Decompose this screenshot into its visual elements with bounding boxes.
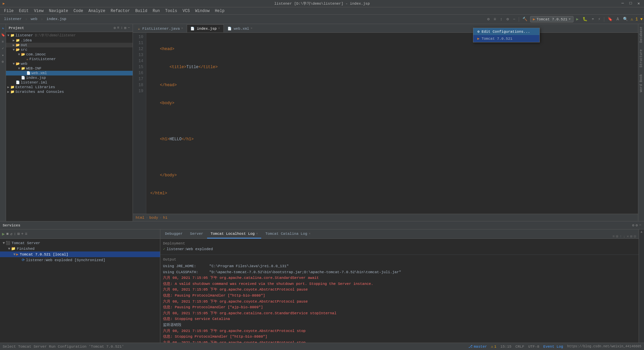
log-action-3[interactable]: ↑ (620, 234, 622, 238)
code-content[interactable]: <head> <title>Title</title> </head> <bod… (146, 33, 638, 214)
dropdown-edit-configs[interactable]: ⚙ Edit Configurations... (473, 28, 539, 35)
right-tab-wordbook[interactable]: Word Book (639, 74, 643, 92)
tree-item-ext-libs[interactable]: ▶ 📁 External Libraries (6, 85, 133, 90)
services-group-btn[interactable]: ⊞ (17, 231, 20, 236)
menu-edit[interactable]: Edit (16, 8, 31, 14)
translate-btn[interactable]: A (615, 16, 620, 22)
tree-item-idea[interactable]: ▶ 📁 .idea (6, 38, 133, 43)
bookmark-btn[interactable]: 🔖 (606, 16, 614, 22)
debug-tab-catalina-log[interactable]: Tomcat Catalina Log × (262, 230, 314, 238)
breadcrumb-body[interactable]: body (149, 216, 158, 220)
run-config-btn[interactable]: ▶ Tomcat 7.0.521 ▼ ⚙ Edit Configurations… (530, 16, 574, 22)
menu-vcs[interactable]: VCS (180, 8, 193, 14)
tab-close-btn[interactable]: × (181, 27, 183, 30)
debug-tab-server[interactable]: Server (187, 230, 207, 238)
tree-item-listener-iml[interactable]: ▶ 📄 listener.iml (6, 80, 133, 85)
tree-item-web[interactable]: ▼ 📂 web (6, 61, 133, 66)
sidebar-icon-bookmark[interactable]: 🔖 (0, 32, 6, 38)
menu-navigate[interactable]: Navigate (46, 8, 71, 14)
sort-btn[interactable]: ↕ (499, 16, 504, 22)
close-button[interactable]: ✕ (636, 1, 641, 6)
project-minus-btn[interactable]: − (128, 26, 130, 30)
dropdown-tomcat[interactable]: ▶ Tomcat 7.0.521 (473, 35, 539, 42)
tree-item-com-imooc[interactable]: ▼ 📂 com.imooc (6, 52, 133, 57)
run-btn[interactable]: ▶ (575, 16, 580, 22)
tab-fist-listener[interactable]: ☕ FistListener.java × (134, 24, 187, 32)
tab-close-btn[interactable]: × (251, 27, 253, 30)
localhost-tab-close[interactable]: × (256, 232, 258, 236)
services-config-btn[interactable]: ≡ (25, 232, 27, 236)
scroll-up-btn[interactable]: ▲ (640, 229, 643, 234)
catalina-tab-close[interactable]: × (309, 232, 311, 236)
services-stop-btn[interactable]: ■ (6, 232, 8, 236)
menu-file[interactable]: File (1, 8, 16, 14)
list-btn[interactable]: ≡ (492, 16, 497, 22)
nav-listener[interactable]: listener (1, 16, 24, 22)
log-action-4[interactable]: ↓ (623, 234, 626, 238)
svc-item-tomcat-local[interactable]: ▼ ▶ Tomcat 7.0.521 [local] (0, 251, 160, 257)
services-settings-btn[interactable]: ⚙ (632, 223, 634, 227)
project-expand-btn[interactable]: ⊞ (124, 26, 127, 30)
sidebar-icon-structure[interactable]: ≡ (0, 39, 6, 44)
crlf-status[interactable]: CRLF (515, 345, 524, 349)
services-gear-btn[interactable]: ⚙ (636, 223, 638, 227)
maximize-button[interactable]: □ (628, 1, 633, 6)
tree-item-scratches[interactable]: ▶ 📁 Scratches and Consoles (6, 90, 133, 94)
menu-run[interactable]: Run (150, 8, 163, 14)
project-settings-btn[interactable]: ⚙ (114, 26, 116, 30)
tree-item-listener-root[interactable]: ▼ 📁 listener D:\学习\demo\listener (6, 33, 133, 38)
charset-status[interactable]: UTF-8 (528, 345, 539, 349)
tree-item-web-xml[interactable]: ▶ 📄 web.xml (6, 71, 133, 75)
tree-item-src[interactable]: ▼ 📂 src (6, 47, 133, 52)
event-log-btn[interactable]: Event Log (543, 345, 563, 349)
svc-item-web-exploded[interactable]: ▶ ⟳ listener:Web exploded [Synchronized] (0, 257, 160, 263)
coverage-btn[interactable]: ☂ (590, 16, 595, 22)
sidebar-icon-settings[interactable]: ⚙ (0, 59, 6, 64)
breadcrumb-h1[interactable]: h1 (163, 216, 167, 220)
services-minus-btn[interactable]: − (639, 223, 641, 227)
menu-code[interactable]: Code (71, 8, 86, 14)
minimize-button[interactable]: — (620, 1, 625, 6)
debug-btn[interactable]: 🐛 (581, 16, 589, 22)
debug-tab-localhost-log[interactable]: Tomcat Localhost Log × (207, 230, 261, 238)
menu-analyze[interactable]: Analyze (86, 8, 108, 14)
tree-item-web-inf[interactable]: ▼ 📁 WEB-INF (6, 66, 133, 71)
build-btn[interactable]: 🔨 (521, 16, 529, 22)
log-action-7[interactable]: ⊡ (634, 234, 636, 238)
menu-window[interactable]: Window (192, 8, 212, 14)
gear2-btn[interactable]: ⚙ (505, 16, 510, 22)
sidebar-icon-favorites[interactable]: ★ (0, 52, 6, 58)
services-run-btn[interactable]: ▶ (2, 231, 5, 237)
project-list-btn[interactable]: ≡ (117, 26, 120, 30)
tree-item-index-jsp[interactable]: ▶ 📄 index.jsp (6, 75, 133, 80)
right-tab-structure[interactable]: Structure (639, 49, 643, 67)
log-action-6[interactable]: ⊠ (630, 234, 633, 238)
tree-item-out[interactable]: ▶ 📂 out (6, 43, 133, 47)
menu-view[interactable]: View (31, 8, 46, 14)
warning-status[interactable]: ⚠ 1 (491, 344, 496, 349)
search2-btn[interactable]: 🔍 (622, 16, 629, 22)
debug-tab-debugger[interactable]: Debugger (162, 230, 186, 238)
tree-item-fist-listener[interactable]: ▶ ☕ FistListener (6, 57, 133, 61)
tab-index-jsp[interactable]: 📄 index.jsp × (187, 24, 223, 32)
git-status[interactable]: ⎇ master (468, 344, 487, 349)
menu-refactor[interactable]: Refactor (108, 8, 133, 14)
nav-web[interactable]: web (28, 16, 40, 22)
sidebar-icon-project[interactable]: P (0, 26, 6, 31)
services-collapse-btn[interactable]: ↕ (14, 232, 16, 236)
sidebar-icon-todo[interactable]: ✓ (0, 46, 6, 51)
svc-item-tomcat-server[interactable]: ▼ ⬛ Tomcat Server (0, 240, 160, 246)
settings-btn[interactable]: ⚙ (486, 16, 491, 22)
profile-btn[interactable]: ⚡ (597, 16, 602, 22)
log-action-2[interactable]: ⊞ (616, 234, 618, 238)
menu-help[interactable]: Help (212, 8, 227, 14)
log-area[interactable]: Using JRE_HOME: "C:\Program Files\Java\j… (160, 262, 639, 350)
code-editor[interactable]: 10 11 12 13 14 15 16 17 18 19 <head> <ti… (133, 33, 638, 214)
svc-item-finished[interactable]: ▼ 📁 Finished (0, 246, 160, 251)
tab-web-xml[interactable]: 📄 web.xml × (224, 24, 256, 32)
right-tab-database[interactable]: Database (639, 27, 643, 43)
services-restart-btn[interactable]: ↺ (10, 231, 12, 236)
log-action-5[interactable]: ✕ (627, 234, 629, 238)
line-col-status[interactable]: 15:15 (500, 345, 511, 349)
csdn-link[interactable]: https://blog.csdn.net/weixin_44146605 (567, 345, 641, 348)
